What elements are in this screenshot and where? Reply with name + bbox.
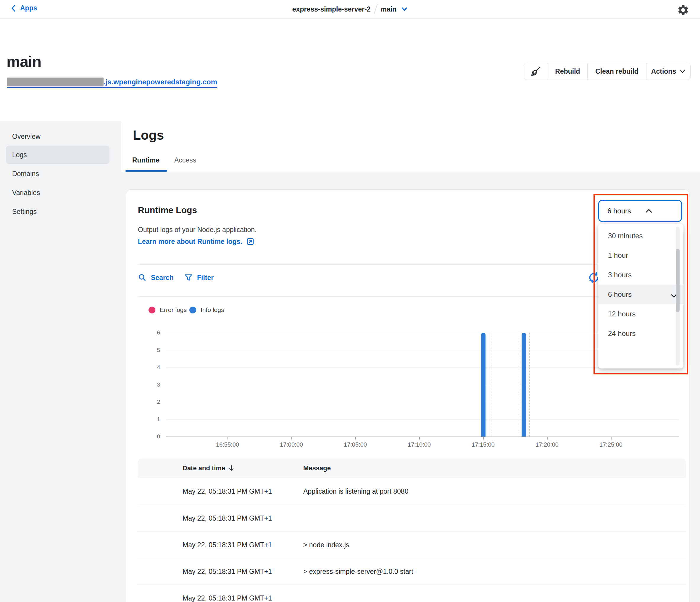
xtick-chart-el	[355, 437, 356, 439]
sidebar-item-label: Logs	[12, 151, 27, 159]
breadcrumb-environment[interactable]: main	[380, 5, 396, 13]
dashline-chart-el	[519, 333, 519, 437]
grid-chart-el	[166, 402, 679, 402]
ylab-chart-el: 6	[142, 329, 160, 336]
log-time: May 22, 05:18:31 PM GMT+1	[182, 558, 272, 585]
xtick-chart-el	[292, 437, 292, 439]
log-row: May 22, 05:18:31 PM GMT+1	[138, 584, 686, 602]
log-time: May 22, 05:18:31 PM GMT+1	[182, 532, 272, 558]
sidebar-item-label: Variables	[12, 189, 40, 197]
sort-descending-arrow-icon	[228, 465, 234, 472]
xlab-chart-el: 16:55:00	[207, 441, 248, 448]
chevron-up-icon	[645, 208, 674, 213]
xlab-chart-el: 17:25:00	[590, 441, 632, 448]
actions-menu-button[interactable]: Actions	[646, 63, 690, 80]
sweep-broom-button[interactable]	[524, 63, 548, 80]
date-column-label: Date and time	[182, 464, 225, 472]
sidebar-item-domains[interactable]: Domains	[6, 165, 109, 183]
sidebar-item-logs[interactable]: Logs	[6, 146, 109, 164]
xtick-chart-el	[483, 437, 484, 439]
sidebar-item-variables[interactable]: Variables	[6, 184, 109, 202]
bar-chart-el	[522, 333, 526, 437]
xlab-chart-el: 17:15:00	[462, 441, 504, 448]
option-label: 24 hours	[608, 330, 635, 338]
sidebar-item-label: Domains	[12, 170, 39, 178]
time-range-selected-value: 6 hours	[607, 207, 637, 215]
xlab-chart-el: 17:05:00	[334, 441, 376, 448]
clean-rebuild-button[interactable]: Clean rebuild	[587, 63, 646, 80]
sidebar-item-settings[interactable]: Settings	[6, 202, 109, 221]
log-row: May 22, 05:18:31 PM GMT+1 > node index.j…	[138, 531, 686, 558]
option-label: 30 minutes	[608, 232, 643, 240]
ylab-chart-el: 2	[142, 399, 160, 406]
xlab-chart-el: 17:10:00	[399, 441, 440, 448]
xtick-chart-el	[547, 437, 548, 439]
option-3-hours[interactable]: 3 hours	[598, 265, 683, 285]
xlab-chart-el: 17:20:00	[526, 441, 568, 448]
redacted-url-overlay	[7, 77, 104, 87]
dashline-chart-el	[492, 333, 492, 437]
time-range-dropdown-menu: 30 minutes 1 hour 3 hours 6 hours 12 hou…	[598, 224, 683, 368]
back-to-apps-link[interactable]: Apps	[11, 4, 37, 12]
ylab-chart-el: 5	[142, 346, 160, 354]
log-message: Application is listening at port 8080	[303, 478, 408, 505]
ylab-chart-el: 1	[142, 416, 160, 423]
option-label: 1 hour	[608, 251, 628, 260]
option-30-minutes[interactable]: 30 minutes	[598, 226, 683, 246]
rebuild-button[interactable]: Rebuild	[548, 63, 587, 80]
xtick-chart-el	[419, 437, 420, 439]
log-message: > express-simple-server@1.0.0 start	[303, 558, 413, 585]
chevron-left-icon	[11, 4, 17, 12]
column-header-date[interactable]: Date and time	[182, 458, 234, 478]
option-label: 3 hours	[608, 271, 632, 279]
main-title-panel	[121, 121, 700, 172]
option-6-hours[interactable]: 6 hours	[598, 285, 683, 304]
app-url-link[interactable]: .js.wpenginepoweredstaging.com	[7, 77, 217, 88]
grid-chart-el	[166, 437, 679, 437]
ylab-chart-el: 3	[142, 381, 160, 388]
environment-title: main	[6, 53, 41, 70]
sidebar-item-label: Overview	[12, 133, 41, 141]
ylab-chart-el: 0	[142, 433, 160, 440]
grid-chart-el	[166, 385, 679, 385]
log-row: May 22, 05:18:31 PM GMT+1	[138, 505, 686, 532]
active-tab-underline	[125, 170, 167, 172]
time-range-select[interactable]: 6 hours	[598, 200, 682, 222]
chevron-down-icon[interactable]	[401, 7, 408, 11]
sidebar-item-overview[interactable]: Overview	[6, 127, 109, 146]
breadcrumb-app-name[interactable]: express-simple-server-2	[292, 5, 371, 13]
option-1-hour[interactable]: 1 hour	[598, 246, 683, 265]
sidebar-item-label: Settings	[12, 208, 37, 216]
log-row: May 22, 05:18:31 PM GMT+1 > express-simp…	[138, 558, 686, 585]
bar-chart-el	[481, 333, 485, 437]
header-action-bar: Rebuild Clean rebuild Actions	[524, 63, 691, 80]
xlab-chart-el: 17:00:00	[271, 441, 312, 448]
broom-icon	[529, 65, 542, 78]
xtick-chart-el	[227, 437, 228, 439]
tabs-divider	[124, 172, 700, 172]
tab-runtime[interactable]: Runtime	[132, 156, 159, 164]
message-column-label: Message	[303, 464, 331, 472]
logs-table-header: Date and time Message	[138, 458, 686, 478]
solidline-chart-el	[488, 333, 488, 437]
breadcrumb: express-simple-server-2 main	[292, 0, 408, 18]
xtick-chart-el	[611, 437, 611, 439]
log-time: May 22, 05:18:31 PM GMT+1	[182, 585, 272, 602]
app-url-visible-text: .js.wpenginepoweredstaging.com	[104, 77, 217, 87]
log-row: May 22, 05:18:31 PM GMT+1 Application is…	[138, 478, 686, 505]
chevron-down-icon	[680, 69, 685, 73]
option-24-hours[interactable]: 24 hours	[598, 324, 683, 343]
log-time: May 22, 05:18:31 PM GMT+1	[182, 505, 272, 532]
back-label: Apps	[20, 4, 37, 12]
app-page: Apps express-simple-server-2 main main .…	[0, 0, 700, 602]
grid-chart-el	[166, 419, 679, 420]
dashline-chart-el	[529, 333, 530, 437]
column-header-message: Message	[303, 458, 331, 478]
settings-gear-icon[interactable]	[677, 4, 689, 16]
dropdown-scrollbar-thumb[interactable]	[676, 249, 680, 312]
option-12-hours[interactable]: 12 hours	[598, 304, 683, 324]
breadcrumb-separator	[374, 4, 377, 15]
tab-access[interactable]: Access	[174, 156, 196, 164]
ylab-chart-el: 4	[142, 364, 160, 371]
actions-label: Actions	[651, 68, 676, 75]
